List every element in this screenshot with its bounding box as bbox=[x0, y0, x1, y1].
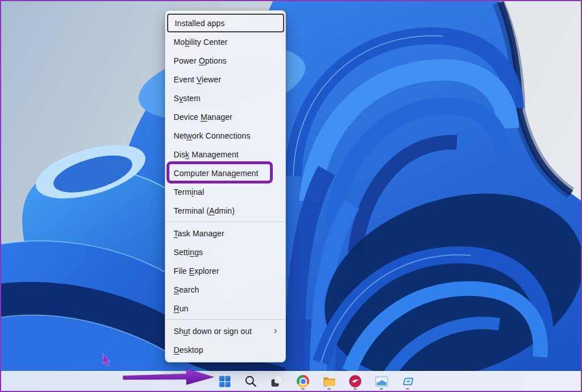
menu-item-file-explorer[interactable]: File Explorer bbox=[167, 261, 284, 280]
menu-item-label: Disk Management bbox=[174, 150, 239, 159]
menu-item-power-options[interactable]: Power Options bbox=[167, 51, 284, 70]
menu-item-terminal-admin[interactable]: Terminal (Admin) bbox=[167, 201, 284, 220]
magnifier-icon bbox=[244, 374, 257, 388]
menu-item-label: Task Manager bbox=[174, 229, 225, 238]
menu-separator bbox=[166, 319, 285, 320]
menu-separator bbox=[166, 222, 285, 222]
taskbar-icons-row bbox=[215, 372, 417, 391]
menu-item-shut-down-or-sign-out[interactable]: Shut down or sign out› bbox=[167, 322, 284, 340]
menu-item-task-manager[interactable]: Task Manager bbox=[167, 224, 284, 243]
taskbar-button-start[interactable] bbox=[215, 372, 234, 391]
menu-item-label: Settings bbox=[174, 248, 203, 257]
menu-item-terminal[interactable]: Terminal bbox=[167, 182, 284, 201]
desktop-wallpaper bbox=[1, 1, 581, 391]
menu-item-run[interactable]: Run bbox=[167, 299, 284, 318]
menu-item-label: File Explorer bbox=[174, 266, 219, 276]
laptop-icon bbox=[401, 374, 415, 389]
taskbar-button-task-manager[interactable] bbox=[372, 372, 391, 391]
menu-item-disk-management[interactable]: Disk Management bbox=[167, 145, 284, 164]
folder-icon bbox=[322, 374, 336, 389]
menu-item-network-connections[interactable]: Network Connections bbox=[167, 126, 284, 145]
menu-item-label: Shut down or sign out bbox=[174, 327, 252, 336]
menu-item-label: Terminal (Admin) bbox=[174, 206, 235, 215]
menu-item-label: System bbox=[174, 94, 201, 103]
menu-item-computer-management[interactable]: Computer Management bbox=[167, 164, 284, 182]
menu-item-label: Computer Management bbox=[174, 169, 259, 178]
menu-item-label: Terminal bbox=[174, 187, 205, 197]
menu-item-installed-apps[interactable]: Installed apps bbox=[167, 14, 284, 32]
winx-menu: Installed appsMobility CenterPower Optio… bbox=[165, 10, 286, 362]
menu-item-search[interactable]: Search bbox=[167, 280, 284, 299]
taskbar-button-chrome[interactable] bbox=[293, 372, 313, 391]
menu-item-label: Power Options bbox=[174, 56, 227, 65]
menu-item-mobility-center[interactable]: Mobility Center bbox=[167, 32, 284, 51]
menu-item-label: Event Viewer bbox=[174, 75, 221, 84]
menu-item-label: Run bbox=[174, 304, 189, 313]
taskbar-button-blue-laptop-app[interactable] bbox=[398, 372, 417, 391]
taskbar-button-task-view[interactable] bbox=[267, 372, 286, 391]
submenu-chevron-icon: › bbox=[274, 326, 277, 335]
menu-item-label: Search bbox=[174, 285, 199, 294]
menu-item-desktop[interactable]: Desktop bbox=[167, 340, 284, 359]
windows-desktop: Installed appsMobility CenterPower Optio… bbox=[0, 0, 582, 392]
menu-item-device-manager[interactable]: Device Manager bbox=[167, 107, 284, 126]
taskbar bbox=[1, 371, 581, 391]
taskbar-button-file-explorer[interactable] bbox=[319, 372, 339, 391]
overlapping-squares-icon bbox=[270, 374, 284, 388]
menu-item-label: Device Manager bbox=[174, 112, 232, 122]
windows-logo-icon bbox=[218, 374, 232, 389]
taskbar-button-red-media-app[interactable] bbox=[346, 372, 365, 391]
menu-item-label: Network Connections bbox=[174, 131, 251, 140]
menu-item-event-viewer[interactable]: Event Viewer bbox=[167, 70, 284, 89]
taskbar-button-search[interactable] bbox=[241, 372, 260, 391]
chrome-icon bbox=[297, 375, 309, 387]
menu-item-settings[interactable]: Settings bbox=[167, 243, 284, 261]
menu-item-label: Desktop bbox=[174, 345, 203, 355]
performance-graph-icon bbox=[375, 374, 389, 389]
red-circle-swoosh-icon bbox=[348, 374, 362, 388]
menu-item-label: Mobility Center bbox=[174, 37, 228, 47]
menu-item-system[interactable]: System bbox=[167, 89, 284, 107]
menu-item-label: Installed apps bbox=[175, 19, 225, 28]
winx-menu-list: Installed appsMobility CenterPower Optio… bbox=[165, 14, 285, 359]
